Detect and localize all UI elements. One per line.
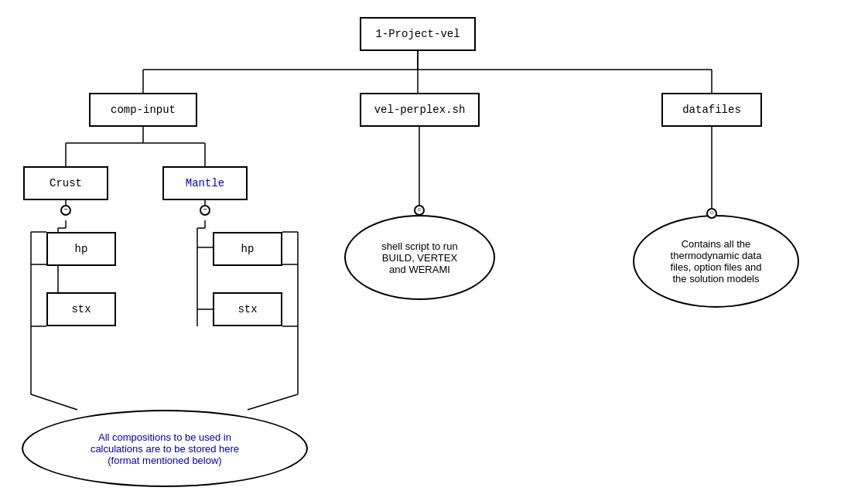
svg-line-34 xyxy=(248,394,298,410)
mantle-collapse-icon[interactable]: − xyxy=(200,205,210,216)
vel-perplex-node: vel-perplex.sh xyxy=(360,93,480,127)
mantle-hp-node: hp xyxy=(213,232,282,266)
crust-hp-node: hp xyxy=(46,232,116,266)
datafiles-node: datafiles xyxy=(661,93,762,127)
root-node: 1-Project-vel xyxy=(360,17,476,51)
crust-collapse-icon[interactable]: − xyxy=(60,205,71,216)
mantle-stx-node: stx xyxy=(213,292,282,326)
datafiles-collapse-icon[interactable]: ○ xyxy=(706,208,717,219)
mantle-node: Mantle xyxy=(162,166,248,200)
datafiles-ellipse: Contains all the thermodynamic data file… xyxy=(633,215,799,308)
vel-perplex-collapse-icon[interactable]: ○ xyxy=(414,205,425,216)
compositions-ellipse: All compositions to be used in calculati… xyxy=(22,410,308,487)
crust-stx-node: stx xyxy=(46,292,116,326)
svg-line-32 xyxy=(31,394,77,410)
shell-script-ellipse: shell script to run BUILD, VERTEX and WE… xyxy=(344,215,495,300)
comp-input-node: comp-input xyxy=(89,93,197,127)
diagram-container: 1-Project-vel comp-input vel-perplex.sh … xyxy=(0,0,868,501)
crust-node: Crust xyxy=(23,166,108,200)
